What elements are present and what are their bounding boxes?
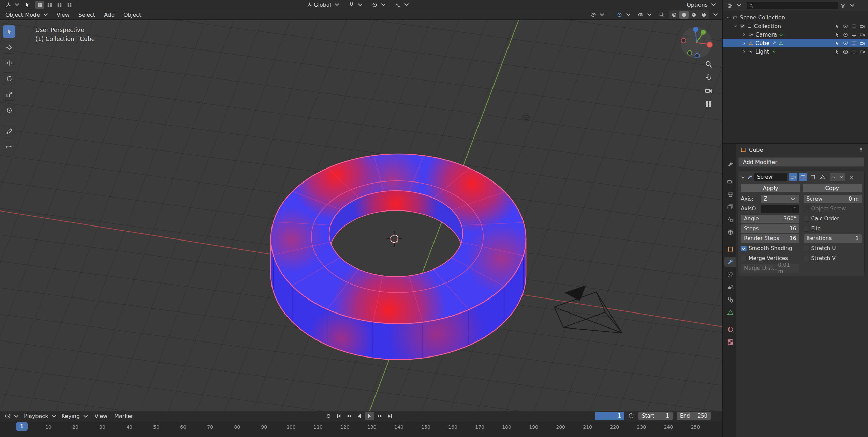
options-dropdown[interactable]: Options — [685, 1, 719, 9]
ortho-grid-icon[interactable] — [705, 100, 713, 108]
playback-dropdown[interactable]: Playback — [22, 412, 59, 420]
iterations-field[interactable]: Iterations1 — [804, 234, 862, 243]
outliner-row-scene-collection[interactable]: Scene Collection — [723, 13, 868, 22]
disclosure-triangle-icon[interactable] — [733, 24, 737, 28]
play-reverse-button[interactable] — [355, 412, 364, 420]
tool-scale[interactable] — [3, 88, 15, 101]
tool-select-box[interactable] — [3, 25, 15, 38]
zoom-icon[interactable] — [705, 60, 713, 68]
current-frame-field[interactable]: 1 — [595, 412, 624, 420]
prev-keyframe-button[interactable] — [344, 412, 354, 420]
outliner-row-cube[interactable]: Cube — [723, 39, 868, 47]
steps-slider[interactable]: Steps16 — [741, 224, 799, 233]
smooth-shading-checkbox[interactable] — [741, 246, 747, 251]
object-screw-checkbox[interactable] — [804, 206, 809, 212]
tab-output[interactable] — [724, 189, 736, 200]
timeline-ruler[interactable]: 1102030405060708090100110120130140150160… — [0, 421, 722, 437]
tab-constraints[interactable] — [724, 294, 736, 305]
menu-view[interactable]: View — [53, 12, 73, 18]
select-arrow-icon[interactable] — [834, 41, 840, 46]
show-gizmo-dropdown[interactable] — [615, 11, 634, 19]
mode-dropdown[interactable]: Object Mode — [3, 11, 51, 19]
select-mode-new-button[interactable] — [35, 1, 44, 9]
jump-to-start-button[interactable] — [334, 412, 343, 420]
playhead[interactable]: 1 — [16, 422, 28, 431]
frame-end-field[interactable]: End250 — [677, 412, 711, 420]
tab-physics[interactable] — [724, 282, 736, 292]
eye-icon[interactable] — [843, 41, 848, 46]
move-down-button[interactable] — [838, 173, 845, 181]
disclosure-triangle-icon[interactable] — [742, 49, 746, 54]
stretch-u-checkbox[interactable] — [804, 246, 809, 251]
xray-toggle[interactable] — [657, 11, 667, 18]
calc-order-checkbox[interactable] — [804, 216, 809, 222]
keying-dropdown[interactable]: Keying — [59, 412, 91, 420]
use-preview-range-icon[interactable] — [628, 413, 634, 419]
pin-icon[interactable] — [858, 147, 864, 153]
proportional-editing-dropdown[interactable] — [370, 1, 389, 9]
camera-icon[interactable] — [860, 32, 865, 38]
editor-type-button[interactable] — [3, 1, 23, 9]
menu-add[interactable]: Add — [101, 12, 118, 18]
toggle-editmode-button[interactable] — [809, 173, 817, 181]
transform-orientation-dropdown[interactable]: Global — [305, 1, 342, 9]
monitor-icon[interactable] — [851, 49, 857, 55]
outliner-search-input[interactable] — [747, 2, 838, 9]
monitor-icon[interactable] — [851, 24, 857, 29]
eyedropper-icon[interactable] — [792, 207, 796, 211]
screw-field[interactable]: Screw0 m — [804, 195, 862, 203]
play-button[interactable] — [365, 412, 374, 420]
axis-object-field[interactable] — [761, 205, 799, 213]
tool-move[interactable] — [3, 57, 15, 69]
camera-view-icon[interactable] — [705, 87, 713, 95]
eye-icon[interactable] — [843, 49, 848, 55]
shading-wireframe-button[interactable] — [670, 11, 679, 19]
stretch-v-checkbox[interactable] — [804, 256, 809, 261]
object-visibility-dropdown[interactable] — [588, 11, 607, 19]
apply-button[interactable]: Apply — [741, 184, 800, 192]
remove-modifier-button[interactable] — [847, 173, 855, 181]
pan-hand-icon[interactable] — [705, 73, 713, 82]
tool-transform[interactable] — [3, 104, 15, 116]
tab-tool[interactable] — [724, 159, 736, 170]
select-mode-intersect-button[interactable] — [65, 1, 74, 9]
select-mode-subtract-button[interactable] — [55, 1, 64, 9]
tab-particles[interactable] — [724, 269, 736, 280]
tab-object[interactable] — [724, 244, 736, 254]
tool-annotate[interactable] — [3, 125, 15, 137]
shading-material-button[interactable] — [689, 11, 698, 19]
disclosure-triangle-icon[interactable] — [726, 15, 731, 20]
toggle-render-button[interactable] — [789, 173, 797, 181]
show-overlays-dropdown[interactable] — [636, 11, 655, 19]
select-arrow-icon[interactable] — [834, 49, 840, 55]
copy-button[interactable]: Copy — [803, 184, 862, 192]
tool-cursor[interactable] — [3, 41, 15, 54]
timeline-editor-type-button[interactable] — [3, 412, 22, 420]
render-steps-slider[interactable]: Render Steps16 — [741, 234, 799, 243]
eye-icon[interactable] — [843, 32, 848, 38]
select-arrow-icon[interactable] — [834, 32, 840, 38]
chevron-down-icon[interactable] — [849, 2, 856, 9]
modifier-name-field[interactable]: Screw — [754, 173, 787, 181]
axis-dropdown[interactable]: Z — [761, 195, 799, 203]
eye-icon[interactable] — [843, 24, 848, 29]
move-up-button[interactable] — [830, 173, 838, 181]
frame-start-field[interactable]: Start1 — [638, 412, 673, 420]
timeline-menu-marker[interactable]: Marker — [111, 413, 136, 419]
jump-to-end-button[interactable] — [385, 412, 395, 420]
tab-modifiers[interactable] — [724, 257, 736, 267]
tab-texture[interactable] — [724, 337, 736, 347]
outliner-editor-type-button[interactable] — [725, 1, 745, 10]
camera-icon[interactable] — [860, 41, 865, 46]
auto-keying-button[interactable] — [324, 412, 333, 420]
tab-scene[interactable] — [724, 214, 736, 225]
camera-icon[interactable] — [860, 24, 865, 29]
toggle-oncage-button[interactable] — [819, 173, 827, 181]
tool-measure[interactable] — [3, 141, 15, 153]
timeline-menu-view[interactable]: View — [91, 413, 111, 419]
menu-select[interactable]: Select — [75, 12, 99, 18]
outliner-row-light[interactable]: Light — [723, 47, 868, 56]
3d-viewport[interactable]: User Perspective (1) Collection | Cube — [0, 20, 722, 411]
add-modifier-dropdown[interactable]: Add Modifier — [738, 157, 864, 167]
filter-icon[interactable] — [840, 3, 846, 9]
